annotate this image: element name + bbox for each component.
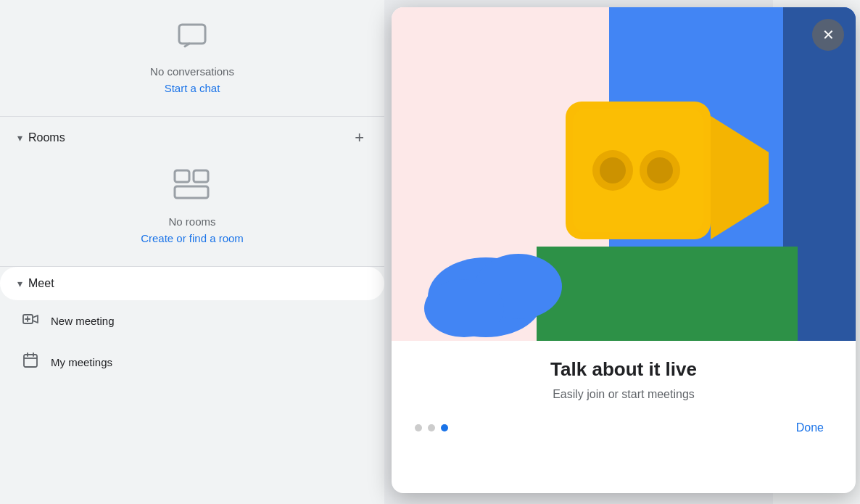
no-rooms-label: No rooms [168,215,215,228]
modal-illustration-area: ✕ [392,7,856,341]
rooms-title: Rooms [28,131,65,144]
modal-footer: Done [415,416,832,440]
rooms-grid-icon [167,163,218,207]
svg-rect-0 [179,25,205,44]
meet-info-modal: ✕ Talk about it live Easily join or star… [392,7,856,493]
modal-title: Talk about it live [550,358,697,381]
modal-close-button[interactable]: ✕ [812,19,844,51]
new-meeting-label: New meeting [51,315,115,327]
chat-bubble-icon [170,15,214,58]
sidebar: No conversations Start a chat ▾ Rooms + … [0,0,384,504]
svg-point-20 [600,157,626,183]
meet-title: Meet [28,277,54,290]
no-rooms-section: No rooms Create or find a room [0,156,384,267]
meet-items-list: New meeting My meetings [0,300,384,383]
svg-rect-2 [175,170,189,182]
my-meetings-label: My meetings [51,356,112,368]
calendar-icon [22,352,39,373]
meet-chevron-icon[interactable]: ▾ [17,278,22,289]
new-meeting-item[interactable]: New meeting [0,300,384,342]
no-conversations-section: No conversations Start a chat [0,0,384,117]
dot-3 [441,424,448,431]
no-conversations-label: No conversations [150,65,234,78]
dot-1 [415,424,422,431]
svg-rect-4 [175,186,208,198]
svg-point-27 [424,279,504,337]
svg-rect-3 [194,170,208,182]
rooms-add-button[interactable]: + [352,128,367,147]
svg-marker-16 [537,247,798,341]
svg-point-22 [647,157,673,183]
svg-rect-8 [24,355,37,367]
create-room-link[interactable]: Create or find a room [141,232,244,244]
start-chat-link[interactable]: Start a chat [165,82,220,94]
done-button[interactable]: Done [787,416,832,440]
dot-indicators [415,424,448,431]
meet-section: ▾ Meet New meeting [0,267,384,383]
video-plus-icon [22,310,39,331]
modal-illustration-svg [392,7,856,341]
rooms-chevron-icon[interactable]: ▾ [17,132,22,144]
modal-content-area: Talk about it live Easily join or start … [392,341,856,493]
rooms-header-left: ▾ Rooms [17,131,65,144]
modal-subtitle: Easily join or start meetings [553,388,695,401]
meet-section-header: ▾ Meet [0,267,384,300]
rooms-section-header: ▾ Rooms + [0,117,384,156]
my-meetings-item[interactable]: My meetings [0,342,384,383]
close-icon: ✕ [822,26,835,44]
dot-2 [428,424,435,431]
